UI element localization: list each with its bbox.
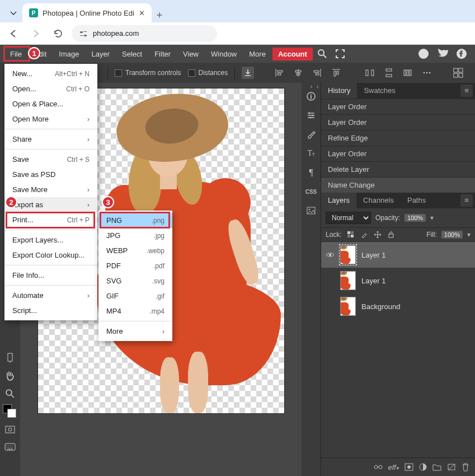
export-menu-item[interactable]: JPG.jpg (98, 228, 172, 243)
file-menu-item[interactable]: Save More› (4, 182, 97, 197)
tab-swatches[interactable]: Swatches (357, 83, 402, 99)
menu-file[interactable]: File (4, 48, 27, 60)
history-panel-menu-icon[interactable]: ≡ (460, 85, 473, 97)
layer-row[interactable]: Layer 1 (321, 268, 475, 293)
link-layers-icon[interactable] (374, 464, 383, 470)
css-panel-icon[interactable]: CSS (303, 184, 319, 199)
menu-filter[interactable]: Filter (149, 48, 176, 60)
more-align-button[interactable] (421, 67, 433, 79)
new-tab-button[interactable]: ＋ (152, 7, 167, 22)
tab-history[interactable]: History (321, 83, 357, 99)
browser-tab[interactable]: P Photopea | Online Photo Edi ✕ (22, 3, 152, 22)
export-menu-item[interactable]: WEBP.webp (98, 243, 172, 258)
twitter-link[interactable] (434, 46, 452, 62)
fullscreen-button[interactable] (332, 46, 349, 61)
file-menu-item[interactable]: File Info... (4, 268, 97, 283)
file-menu-item[interactable]: Automate› (4, 288, 97, 303)
back-button[interactable] (4, 25, 22, 43)
new-layer-icon[interactable] (447, 463, 456, 471)
history-item[interactable]: Layer Order (321, 146, 475, 161)
new-folder-icon[interactable] (432, 463, 441, 471)
forward-button[interactable] (27, 25, 45, 43)
paragraph-panel-icon[interactable]: ¶ (303, 165, 319, 180)
layer-effects-button[interactable]: eff▾ (388, 463, 399, 472)
panel-resize-handle[interactable]: ‹ › (311, 83, 319, 90)
color-swatches[interactable] (2, 403, 18, 420)
tool-hand[interactable] (2, 367, 18, 384)
menu-window[interactable]: Window (205, 48, 242, 60)
layer-name[interactable]: Background (361, 302, 400, 311)
history-item[interactable]: Layer Order (321, 99, 475, 114)
menu-select[interactable]: Select (116, 48, 148, 60)
distribute-h-button[interactable] (364, 67, 376, 79)
history-item[interactable]: Name Change (321, 177, 475, 193)
file-menu-item[interactable]: New...Alt+Ctrl + N (4, 66, 97, 81)
file-menu-item[interactable]: Export Color Lookup... (4, 248, 97, 263)
layer-row[interactable]: Layer 1 (321, 242, 475, 268)
layer-thumbnail[interactable] (340, 297, 356, 316)
file-menu-item[interactable]: Share› (4, 132, 97, 147)
blend-mode-select[interactable]: Normal (326, 212, 371, 224)
tool-quickmask[interactable] (2, 421, 18, 438)
layer-row[interactable]: Background (321, 293, 475, 319)
tool-eyedropper[interactable] (2, 349, 18, 366)
file-menu-item[interactable]: Export as› (4, 197, 97, 212)
search-button[interactable] (314, 46, 331, 61)
align-right-button[interactable] (311, 67, 323, 79)
image-panel-icon[interactable] (303, 203, 319, 218)
layers-panel-menu-icon[interactable]: ≡ (460, 194, 473, 207)
menu-account[interactable]: Account (272, 48, 313, 60)
align-left-button[interactable] (273, 67, 285, 79)
lock-move-icon[interactable] (373, 230, 382, 239)
fill-value[interactable]: 100% (441, 231, 463, 239)
file-menu-item[interactable]: Print...Ctrl + P (4, 212, 97, 227)
layer-thumbnail[interactable] (340, 245, 356, 264)
reddit-link[interactable] (415, 46, 432, 62)
file-menu-item[interactable]: Script... (4, 303, 97, 318)
export-menu-item[interactable]: PNG.png (98, 213, 172, 228)
file-menu-item[interactable]: SaveCtrl + S (4, 152, 97, 167)
distances-checkbox[interactable]: Distances (188, 69, 228, 77)
lock-transparency-icon[interactable] (346, 230, 355, 239)
opacity-value[interactable]: 100% (405, 214, 426, 222)
reload-button[interactable] (49, 25, 67, 43)
download-button[interactable] (242, 67, 254, 79)
layer-visibility-icon[interactable] (326, 251, 335, 258)
properties-panel-icon[interactable] (303, 108, 319, 123)
layer-thumbnail[interactable] (340, 271, 356, 290)
address-bar[interactable]: photopea.com (72, 25, 217, 42)
history-item[interactable]: Layer Order (321, 114, 475, 130)
facebook-link[interactable] (453, 46, 471, 62)
menu-view[interactable]: View (177, 48, 204, 60)
character-panel-icon[interactable]: Tт (303, 146, 319, 161)
history-item[interactable]: Delete Layer (321, 161, 475, 177)
menu-more[interactable]: More (243, 48, 271, 60)
fill-slider-icon[interactable]: ▾ (467, 231, 471, 239)
add-mask-icon[interactable] (405, 463, 413, 471)
delete-layer-icon[interactable] (462, 463, 469, 472)
tool-zoom[interactable] (2, 385, 18, 402)
export-menu-item[interactable]: MP4.mp4 (98, 304, 172, 319)
lock-paint-icon[interactable] (360, 230, 369, 239)
distribute-spacing-button[interactable] (402, 67, 414, 79)
file-menu-item[interactable]: Open & Place... (4, 96, 97, 111)
opacity-slider-icon[interactable]: ▾ (430, 214, 434, 222)
info-panel-icon[interactable] (303, 88, 319, 104)
tab-paths[interactable]: Paths (401, 193, 432, 208)
tool-screenmode[interactable] (2, 439, 18, 456)
adjustment-layer-icon[interactable] (419, 463, 427, 471)
file-menu-item[interactable]: Open...Ctrl + O (4, 81, 97, 96)
menu-image[interactable]: Image (53, 48, 84, 60)
layer-name[interactable]: Layer 1 (361, 277, 385, 285)
tab-close-icon[interactable]: ✕ (139, 9, 145, 17)
file-menu-item[interactable]: Open More› (4, 111, 97, 127)
export-menu-item[interactable]: PDF.pdf (98, 258, 172, 273)
tab-layers[interactable]: Layers (321, 193, 356, 208)
align-center-h-button[interactable] (292, 67, 304, 79)
menu-layer[interactable]: Layer (86, 48, 116, 60)
grid-toggle-button[interactable] (452, 67, 464, 79)
history-item[interactable]: Refine Edge (321, 130, 475, 146)
export-menu-item[interactable]: More› (98, 324, 172, 339)
file-menu-item[interactable]: Save as PSD (4, 167, 97, 182)
export-menu-item[interactable]: GIF.gif (98, 288, 172, 304)
